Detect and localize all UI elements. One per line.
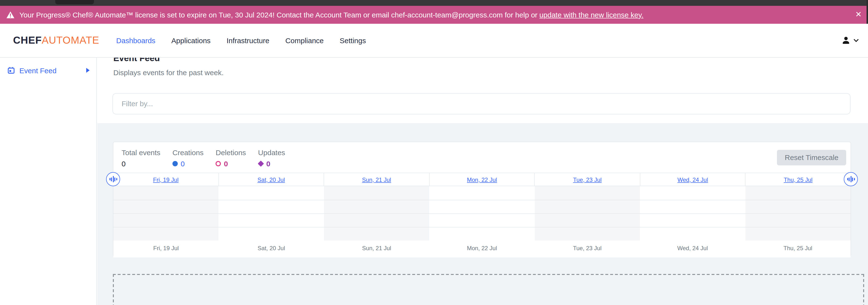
chef-automate-app: Your Progress® Chef® Automate™ license i… xyxy=(0,0,868,305)
chef-automate-logo[interactable]: CHEFAUTOMATE xyxy=(13,35,99,46)
timeline-footer: Fri, 19 Jul Sat, 20 Jul Sun, 21 Jul Mon,… xyxy=(113,240,850,257)
license-message: Your Progress® Chef® Automate™ license i… xyxy=(20,11,537,19)
day-header-cell: Thu, 25 Jul xyxy=(745,173,850,186)
nav-settings[interactable]: Settings xyxy=(340,36,366,45)
warning-triangle-icon xyxy=(6,11,14,19)
stats-row: Total events 0 Creations 0 Deletions 0 U… xyxy=(122,148,297,168)
browser-tab xyxy=(55,0,94,4)
waveform-icon xyxy=(109,178,110,181)
logo-chef: CHEF xyxy=(13,35,42,46)
stat-value: 0 xyxy=(181,159,185,168)
day-footer-label: Mon, 22 Jul xyxy=(429,240,535,257)
waveform-icon xyxy=(852,177,853,181)
day-header-cell: Wed, 24 Jul xyxy=(640,173,745,186)
day-link[interactable]: Sat, 20 Jul xyxy=(257,176,285,183)
day-header-cell: Fri, 19 Jul xyxy=(113,173,218,186)
browser-chrome-strip xyxy=(0,0,868,6)
creation-dot-icon xyxy=(173,161,178,166)
stat-value: 0 xyxy=(267,159,271,168)
event-feed-body: Total events 0 Creations 0 Deletions 0 U… xyxy=(97,123,868,305)
event-timeline-card: Total events 0 Creations 0 Deletions 0 U… xyxy=(113,141,851,257)
waveform-icon xyxy=(848,177,849,181)
day-link[interactable]: Wed, 24 Jul xyxy=(677,176,708,183)
waveform-icon xyxy=(111,177,112,181)
stat-label: Total events xyxy=(122,148,160,156)
waveform-icon xyxy=(114,177,115,181)
timeline: Fri, 19 Jul Sat, 20 Jul Sun, 21 Jul Mon,… xyxy=(113,173,850,257)
waveform-icon xyxy=(850,176,851,182)
timeline-grid xyxy=(113,186,850,240)
chevron-down-icon xyxy=(854,39,859,42)
day-header-cell: Mon, 22 Jul xyxy=(429,173,534,186)
day-footer-label: Wed, 24 Jul xyxy=(640,240,745,257)
logo-automate: AUTOMATE xyxy=(42,35,99,46)
reset-timescale-button[interactable]: Reset Timescale xyxy=(777,149,846,165)
deletion-ring-icon xyxy=(216,161,221,166)
day-link[interactable]: Tue, 23 Jul xyxy=(573,176,601,183)
day-link[interactable]: Sun, 21 Jul xyxy=(362,176,391,183)
day-footer-label: Sat, 20 Jul xyxy=(219,240,324,257)
stat-label: Creations xyxy=(173,148,204,156)
page-title: Event Feed xyxy=(113,58,160,63)
waveform-icon xyxy=(113,176,114,182)
right-timescale-handle[interactable] xyxy=(844,172,858,186)
stat-updates: Updates 0 xyxy=(258,148,285,168)
app-header: CHEFAUTOMATE Dashboards Applications Inf… xyxy=(0,24,868,58)
waveform-icon xyxy=(847,178,848,181)
filter-input[interactable] xyxy=(113,93,850,114)
stat-label: Deletions xyxy=(216,148,246,156)
nav-compliance[interactable]: Compliance xyxy=(285,36,323,45)
grid-row-line xyxy=(113,213,850,214)
stat-value: 0 xyxy=(122,159,126,168)
chevron-right-icon xyxy=(86,68,90,73)
stat-total-events: Total events 0 xyxy=(122,148,160,168)
nav-applications[interactable]: Applications xyxy=(172,36,211,45)
main-content: Event Feed Displays events for the past … xyxy=(97,58,868,305)
page-description: Displays events for the past week. xyxy=(113,68,223,77)
stat-deletions: Deletions 0 xyxy=(216,148,246,168)
left-timescale-handle[interactable] xyxy=(106,172,120,186)
person-icon xyxy=(842,37,850,45)
empty-events-placeholder xyxy=(113,274,864,305)
stat-label: Updates xyxy=(258,148,285,156)
timeline-header: Fri, 19 Jul Sat, 20 Jul Sun, 21 Jul Mon,… xyxy=(113,173,850,186)
day-header-cell: Tue, 23 Jul xyxy=(534,173,640,186)
page-header-section: Event Feed Displays events for the past … xyxy=(97,58,868,123)
sidebar-item-label: Event Feed xyxy=(20,66,56,75)
update-diamond-icon xyxy=(258,160,264,166)
stat-creations: Creations 0 xyxy=(173,148,204,168)
nav-infrastructure[interactable]: Infrastructure xyxy=(226,36,269,45)
day-footer-label: Thu, 25 Jul xyxy=(745,240,850,257)
license-update-link[interactable]: update with the new license key. xyxy=(539,11,644,19)
day-link[interactable]: Thu, 25 Jul xyxy=(784,176,812,183)
main-nav: Dashboards Applications Infrastructure C… xyxy=(116,36,366,45)
waveform-icon xyxy=(116,178,117,181)
nav-dashboards[interactable]: Dashboards xyxy=(116,36,155,45)
license-banner: Your Progress® Chef® Automate™ license i… xyxy=(0,6,868,24)
banner-close-icon[interactable]: ✕ xyxy=(855,11,862,19)
grid-row-line xyxy=(113,227,850,227)
day-footer-label: Fri, 19 Jul xyxy=(113,240,219,257)
waveform-icon xyxy=(854,178,855,181)
user-menu[interactable] xyxy=(842,37,859,45)
day-footer-label: Sun, 21 Jul xyxy=(324,240,429,257)
day-link[interactable]: Fri, 19 Jul xyxy=(153,176,179,183)
day-header-cell: Sat, 20 Jul xyxy=(218,173,323,186)
grid-row-line xyxy=(113,199,850,200)
day-footer-label: Tue, 23 Jul xyxy=(534,240,640,257)
day-header-cell: Sun, 21 Jul xyxy=(323,173,429,186)
window-edge xyxy=(867,0,868,24)
sidebar: Event Feed xyxy=(0,58,97,305)
stat-value: 0 xyxy=(224,159,228,168)
sidebar-item-event-feed[interactable]: Event Feed xyxy=(0,64,96,77)
day-link[interactable]: Mon, 22 Jul xyxy=(467,176,497,183)
calendar-icon xyxy=(8,67,14,74)
